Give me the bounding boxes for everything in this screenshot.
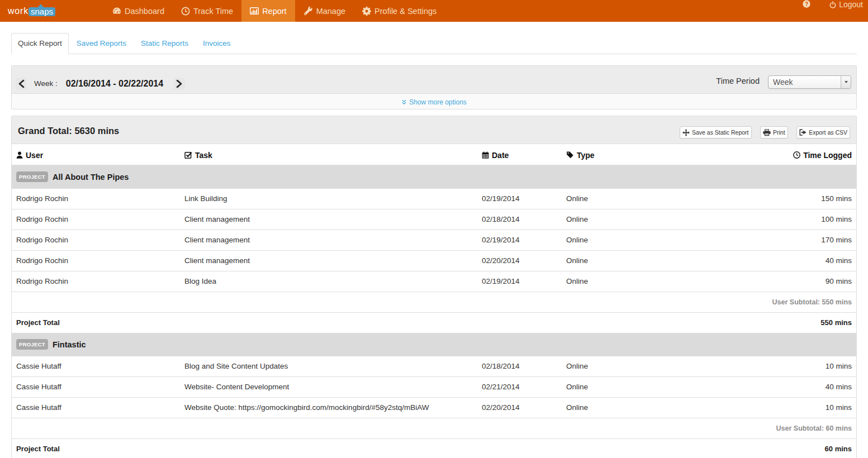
svg-text:?: ? (805, 1, 808, 7)
